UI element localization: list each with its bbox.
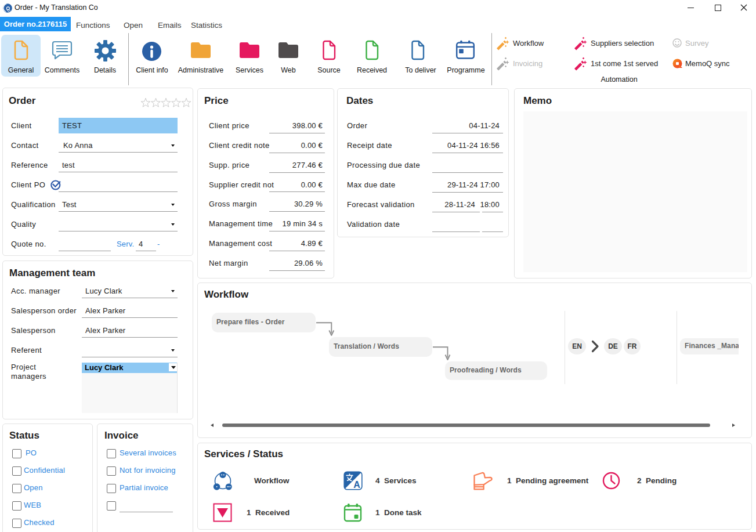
- svg-text:A: A: [353, 480, 360, 490]
